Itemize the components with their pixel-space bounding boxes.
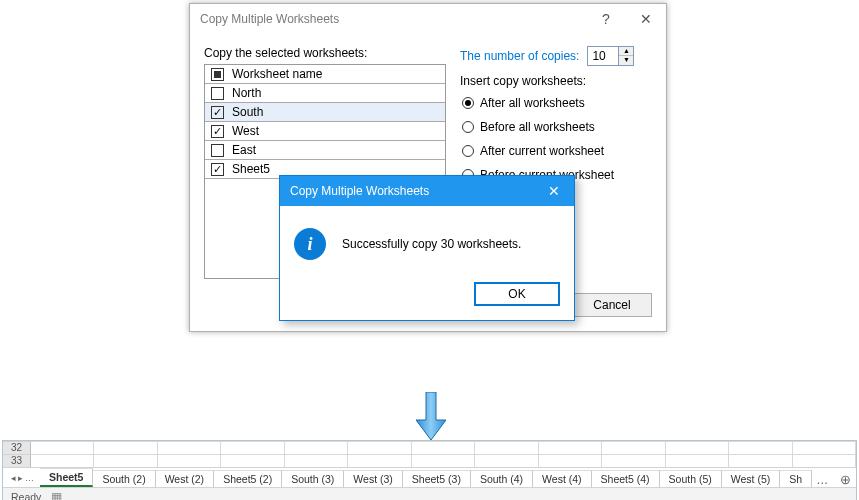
- grid-row[interactable]: 33: [3, 454, 856, 467]
- radio-icon[interactable]: [462, 121, 474, 133]
- row-header[interactable]: 33: [3, 454, 31, 467]
- sheet-tab[interactable]: West (5): [722, 470, 780, 487]
- insert-option[interactable]: Before all worksheets: [460, 116, 652, 140]
- status-bar: Ready ▦: [3, 487, 856, 500]
- dialog-title: Copy Multiple Worksheets: [200, 12, 339, 26]
- worksheet-name: North: [232, 86, 261, 100]
- radio-icon[interactable]: [462, 145, 474, 157]
- sheet-tab[interactable]: West (3): [344, 470, 402, 487]
- success-message-box: Copy Multiple Worksheets ✕ i Successfull…: [279, 175, 575, 321]
- worksheet-checkbox[interactable]: [211, 125, 224, 138]
- sheet-tabstrip[interactable]: ◂ ▸ … Sheet5South (2)West (2)Sheet5 (2)S…: [3, 468, 856, 487]
- msgbox-titlebar[interactable]: Copy Multiple Worksheets ✕: [280, 176, 574, 206]
- dialog-titlebar[interactable]: Copy Multiple Worksheets ? ✕: [190, 4, 666, 34]
- sheet-tab[interactable]: West (4): [533, 470, 591, 487]
- tab-next-icon[interactable]: ▸: [18, 473, 23, 483]
- sheet-tab[interactable]: West (2): [156, 470, 214, 487]
- cell[interactable]: [602, 441, 665, 454]
- cell[interactable]: [348, 441, 411, 454]
- copies-input[interactable]: [588, 49, 618, 63]
- worksheet-name: Sheet5: [232, 162, 270, 176]
- cell[interactable]: [285, 441, 348, 454]
- worksheet-name: East: [232, 143, 256, 157]
- cell[interactable]: [539, 441, 602, 454]
- insert-option-label: After current worksheet: [480, 144, 604, 158]
- macro-record-icon[interactable]: ▦: [51, 490, 62, 500]
- dialog-cancel-button[interactable]: Cancel: [572, 293, 652, 317]
- cell[interactable]: [285, 454, 348, 467]
- grid-row[interactable]: 32: [3, 441, 856, 454]
- worksheet-header-label: Worksheet name: [232, 67, 323, 81]
- worksheet-row[interactable]: East: [205, 141, 445, 160]
- spin-up-icon[interactable]: ▲: [619, 47, 633, 56]
- msgbox-close-button[interactable]: ✕: [534, 176, 574, 206]
- worksheet-checkbox[interactable]: [211, 163, 224, 176]
- insert-option[interactable]: After current worksheet: [460, 140, 652, 164]
- sheet-tab[interactable]: Sheet5 (4): [592, 470, 660, 487]
- cell[interactable]: [412, 454, 475, 467]
- worksheet-row[interactable]: North: [205, 84, 445, 103]
- cell[interactable]: [666, 441, 729, 454]
- sheet-tab[interactable]: Sheet5: [40, 468, 93, 487]
- tab-more-icon[interactable]: …: [25, 473, 34, 483]
- select-worksheets-label: Copy the selected worksheets:: [204, 46, 446, 60]
- copies-spinner[interactable]: ▲ ▼: [587, 46, 634, 66]
- msgbox-ok-button[interactable]: OK: [474, 282, 560, 306]
- sheet-tab[interactable]: South (5): [660, 470, 722, 487]
- grid-rows: 32 33: [3, 441, 856, 468]
- cell[interactable]: [412, 441, 475, 454]
- cell[interactable]: [602, 454, 665, 467]
- sheet-tab[interactable]: Sheet5 (2): [214, 470, 282, 487]
- cell[interactable]: [348, 454, 411, 467]
- insert-location-label: Insert copy worksheets:: [460, 74, 652, 88]
- tab-overflow[interactable]: …: [812, 473, 832, 487]
- cell[interactable]: [158, 454, 221, 467]
- radio-icon[interactable]: [462, 97, 474, 109]
- row-header[interactable]: 32: [3, 441, 31, 454]
- cell[interactable]: [31, 454, 94, 467]
- insert-option[interactable]: After all worksheets: [460, 92, 652, 116]
- msgbox-message: Successfully copy 30 worksheets.: [342, 237, 521, 251]
- worksheet-row[interactable]: South: [205, 103, 445, 122]
- insert-location-group: After all worksheetsBefore all worksheet…: [460, 92, 652, 188]
- cell[interactable]: [729, 441, 792, 454]
- cell[interactable]: [221, 454, 284, 467]
- cell[interactable]: [729, 454, 792, 467]
- sheet-tab[interactable]: South (4): [471, 470, 533, 487]
- msgbox-title: Copy Multiple Worksheets: [290, 184, 429, 198]
- sheet-tab[interactable]: Sh: [780, 470, 812, 487]
- cell[interactable]: [31, 441, 94, 454]
- excel-window: 32 33 ◂ ▸ … Sheet5South (2)West (2)Sheet…: [2, 440, 857, 500]
- cell[interactable]: [793, 441, 856, 454]
- worksheet-list-header[interactable]: Worksheet name: [205, 65, 445, 84]
- help-button[interactable]: ?: [586, 4, 626, 34]
- new-sheet-button[interactable]: ⊕: [832, 472, 856, 487]
- insert-option-label: Before all worksheets: [480, 120, 595, 134]
- select-all-checkbox[interactable]: [211, 68, 224, 81]
- cell[interactable]: [221, 441, 284, 454]
- down-arrow-icon: [416, 392, 446, 440]
- close-button[interactable]: ✕: [626, 4, 666, 34]
- cell[interactable]: [94, 454, 157, 467]
- status-text: Ready: [11, 491, 41, 500]
- sheet-tab[interactable]: South (3): [282, 470, 344, 487]
- cell[interactable]: [94, 441, 157, 454]
- worksheet-name: South: [232, 105, 263, 119]
- worksheet-checkbox[interactable]: [211, 106, 224, 119]
- cell[interactable]: [158, 441, 221, 454]
- copies-label: The number of copies:: [460, 49, 579, 63]
- worksheet-row[interactable]: West: [205, 122, 445, 141]
- cell[interactable]: [475, 441, 538, 454]
- spin-down-icon[interactable]: ▼: [619, 56, 633, 65]
- cell[interactable]: [539, 454, 602, 467]
- worksheet-checkbox[interactable]: [211, 144, 224, 157]
- cell[interactable]: [666, 454, 729, 467]
- cell[interactable]: [475, 454, 538, 467]
- worksheet-checkbox[interactable]: [211, 87, 224, 100]
- sheet-tab[interactable]: Sheet5 (3): [403, 470, 471, 487]
- sheet-tab[interactable]: South (2): [93, 470, 155, 487]
- info-icon: i: [294, 228, 326, 260]
- insert-option-label: After all worksheets: [480, 96, 585, 110]
- tab-prev-icon[interactable]: ◂: [11, 473, 16, 483]
- cell[interactable]: [793, 454, 856, 467]
